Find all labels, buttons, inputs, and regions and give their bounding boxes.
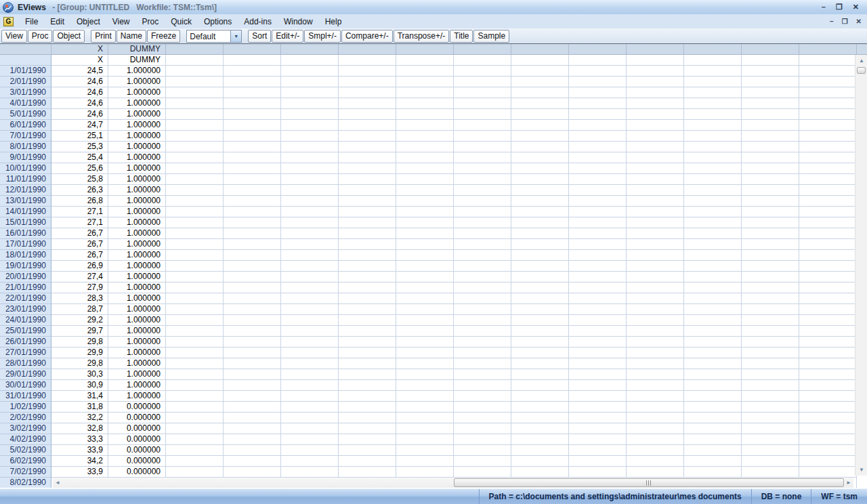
empty-cell[interactable] xyxy=(511,315,569,326)
menu-item-file[interactable]: File xyxy=(19,16,44,28)
empty-cell[interactable] xyxy=(396,326,454,337)
empty-cell[interactable] xyxy=(799,66,857,77)
empty-cell[interactable] xyxy=(339,272,396,282)
empty-cell[interactable] xyxy=(166,250,224,261)
empty-cell[interactable] xyxy=(627,380,684,391)
empty-cell[interactable] xyxy=(799,326,857,337)
empty-column-header[interactable] xyxy=(281,44,339,55)
empty-cell[interactable] xyxy=(454,250,511,261)
empty-cell[interactable] xyxy=(454,228,511,239)
obs-cell[interactable]: 1/02/1990 xyxy=(0,402,51,413)
empty-column-header[interactable] xyxy=(569,44,627,55)
empty-cell[interactable] xyxy=(396,282,454,293)
empty-cell[interactable] xyxy=(684,98,742,109)
empty-cell[interactable] xyxy=(627,315,684,326)
empty-cell[interactable] xyxy=(684,315,742,326)
empty-cell[interactable] xyxy=(454,109,511,120)
empty-cell[interactable] xyxy=(166,174,224,185)
menu-item-view[interactable]: View xyxy=(106,16,136,28)
x-value-cell[interactable]: 25,4 xyxy=(51,152,108,163)
dummy-value-cell[interactable]: 0.000000 xyxy=(108,456,166,467)
empty-cell[interactable] xyxy=(454,163,511,174)
empty-cell[interactable] xyxy=(224,369,281,380)
dummy-value-cell[interactable]: 1.000000 xyxy=(108,272,166,282)
empty-cell[interactable] xyxy=(742,380,799,391)
dummy-value-cell[interactable]: 1.000000 xyxy=(108,282,166,293)
empty-cell[interactable] xyxy=(569,239,627,250)
empty-cell[interactable] xyxy=(396,445,454,456)
empty-cell[interactable] xyxy=(511,77,569,87)
empty-cell[interactable] xyxy=(281,196,339,207)
empty-cell[interactable] xyxy=(799,391,857,402)
empty-cell[interactable] xyxy=(281,315,339,326)
empty-cell[interactable] xyxy=(166,467,224,478)
empty-cell[interactable] xyxy=(281,77,339,87)
empty-cell[interactable] xyxy=(396,293,454,304)
empty-cell[interactable] xyxy=(396,304,454,315)
obs-cell[interactable]: 2/01/1990 xyxy=(0,77,51,87)
empty-cell[interactable] xyxy=(454,445,511,456)
empty-cell[interactable] xyxy=(339,77,396,87)
x-value-cell[interactable]: 26,7 xyxy=(51,250,108,261)
empty-cell[interactable] xyxy=(511,66,569,77)
empty-cell[interactable] xyxy=(339,380,396,391)
empty-cell[interactable] xyxy=(742,282,799,293)
empty-cell[interactable] xyxy=(511,261,569,272)
empty-cell[interactable] xyxy=(224,77,281,87)
empty-cell[interactable] xyxy=(396,434,454,445)
x-value-cell[interactable]: 27,1 xyxy=(51,217,108,228)
empty-cell[interactable] xyxy=(166,217,224,228)
dummy-value-cell[interactable]: 0.000000 xyxy=(108,413,166,423)
menu-item-options[interactable]: Options xyxy=(198,16,238,28)
dummy-value-cell[interactable]: 1.000000 xyxy=(108,207,166,217)
empty-cell[interactable] xyxy=(569,207,627,217)
empty-cell[interactable] xyxy=(396,413,454,423)
empty-cell[interactable] xyxy=(281,109,339,120)
empty-cell[interactable] xyxy=(742,239,799,250)
empty-cell[interactable] xyxy=(799,293,857,304)
empty-cell[interactable] xyxy=(396,261,454,272)
empty-cell[interactable] xyxy=(684,174,742,185)
empty-cell[interactable] xyxy=(627,282,684,293)
empty-column-header[interactable] xyxy=(511,44,569,55)
empty-cell[interactable] xyxy=(454,326,511,337)
empty-cell[interactable] xyxy=(569,228,627,239)
empty-cell[interactable] xyxy=(454,239,511,250)
empty-cell[interactable] xyxy=(281,326,339,337)
toolbar-button-view[interactable]: View xyxy=(1,30,27,43)
empty-cell[interactable] xyxy=(799,120,857,131)
empty-cell[interactable] xyxy=(799,87,857,98)
empty-column-header[interactable] xyxy=(627,44,684,55)
empty-cell[interactable] xyxy=(224,337,281,348)
empty-cell[interactable] xyxy=(569,174,627,185)
empty-cell[interactable] xyxy=(339,217,396,228)
empty-cell[interactable] xyxy=(454,423,511,434)
dummy-value-cell[interactable]: 1.000000 xyxy=(108,391,166,402)
empty-cell[interactable] xyxy=(627,456,684,467)
column-header-x[interactable]: X xyxy=(51,44,108,55)
x-value-cell[interactable]: 33,9 xyxy=(51,467,108,478)
empty-cell[interactable] xyxy=(224,304,281,315)
empty-cell[interactable] xyxy=(742,348,799,358)
empty-cell[interactable] xyxy=(742,174,799,185)
toolbar-button-name[interactable]: Name xyxy=(117,30,146,43)
x-value-cell[interactable]: 31,4 xyxy=(51,391,108,402)
empty-cell[interactable] xyxy=(281,87,339,98)
empty-cell[interactable] xyxy=(627,423,684,434)
x-value-cell[interactable]: 30,3 xyxy=(51,369,108,380)
x-value-cell[interactable]: 33,9 xyxy=(51,445,108,456)
empty-cell[interactable] xyxy=(799,337,857,348)
empty-cell[interactable] xyxy=(454,293,511,304)
empty-cell[interactable] xyxy=(224,131,281,142)
empty-cell[interactable] xyxy=(511,293,569,304)
dummy-value-cell[interactable]: 1.000000 xyxy=(108,87,166,98)
restore-icon[interactable]: ❐ xyxy=(836,3,843,11)
empty-cell[interactable] xyxy=(396,272,454,282)
empty-cell[interactable] xyxy=(569,261,627,272)
empty-cell[interactable] xyxy=(569,369,627,380)
empty-cell[interactable] xyxy=(339,228,396,239)
x-value-cell[interactable]: 29,8 xyxy=(51,337,108,348)
empty-cell[interactable] xyxy=(627,369,684,380)
empty-cell[interactable] xyxy=(799,445,857,456)
empty-cell[interactable] xyxy=(339,402,396,413)
